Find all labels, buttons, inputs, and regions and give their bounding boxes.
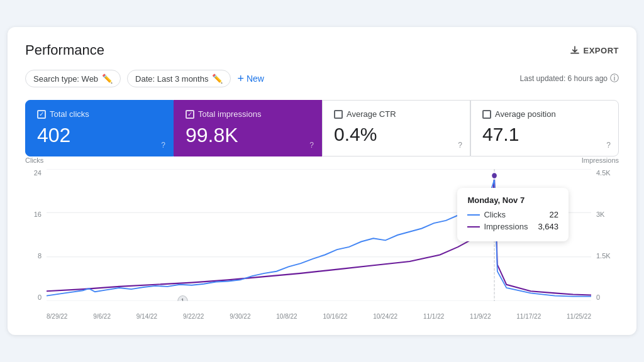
tooltip-clicks-metric: Clicks xyxy=(467,210,506,219)
x-label-0: 8/29/22 xyxy=(47,313,67,320)
impressions-label: Total impressions xyxy=(198,109,261,119)
chart-area: Clicks Impressions 24 16 8 0 4.5K 3K 1.5… xyxy=(25,169,619,320)
tooltip-impressions-label: Impressions xyxy=(484,222,528,231)
position-label: Average position xyxy=(495,109,556,119)
left-axis-labels: 24 16 8 0 xyxy=(25,169,44,301)
date-filter[interactable]: Date: Last 3 months ✏️ xyxy=(127,70,231,87)
ctr-info-icon: ? xyxy=(458,141,462,150)
metric-avg-ctr[interactable]: Average CTR 0.4% ? xyxy=(322,100,470,156)
new-button[interactable]: + New xyxy=(237,73,264,84)
clicks-checkbox[interactable] xyxy=(37,110,46,119)
impressions-value: 99.8K xyxy=(186,124,310,147)
export-button[interactable]: EXPORT xyxy=(570,45,619,55)
x-label-6: 10/16/22 xyxy=(323,313,347,320)
chart-right-title: Impressions xyxy=(582,156,619,164)
edit-date-icon: ✏️ xyxy=(212,74,223,84)
y-right-label-4500: 4.5K xyxy=(596,169,611,177)
x-label-3: 9/22/22 xyxy=(183,313,204,320)
clicks-info-icon: ? xyxy=(161,141,165,150)
tooltip-clicks-row: Clicks 22 xyxy=(467,210,558,219)
x-label-7: 10/24/22 xyxy=(373,313,397,320)
peak-dot xyxy=(491,172,497,179)
y-left-label-8: 8 xyxy=(38,252,42,260)
ctr-label: Average CTR xyxy=(347,109,396,119)
x-label-5: 10/8/22 xyxy=(276,313,297,320)
clicks-line-indicator xyxy=(467,214,480,216)
y-right-label-3000: 3K xyxy=(596,211,604,218)
tooltip-clicks-value: 22 xyxy=(550,210,558,219)
new-label: New xyxy=(247,74,264,84)
annotation-label: 1 xyxy=(181,298,185,301)
toolbar: Search type: Web ✏️ Date: Last 3 months … xyxy=(25,70,619,87)
impressions-info-icon: ? xyxy=(309,141,314,150)
tooltip-clicks-label: Clicks xyxy=(484,210,506,219)
x-label-8: 11/1/22 xyxy=(423,313,444,320)
x-label-10: 11/17/22 xyxy=(516,313,541,320)
search-type-label: Search type: Web xyxy=(33,74,98,84)
main-container: Performance EXPORT Search type: Web ✏️ D… xyxy=(8,27,636,335)
tooltip-impressions-metric: Impressions xyxy=(467,222,528,231)
search-type-filter[interactable]: Search type: Web ✏️ xyxy=(25,70,121,87)
export-icon xyxy=(570,45,580,55)
x-label-2: 9/14/22 xyxy=(136,313,157,320)
y-right-label-0: 0 xyxy=(596,293,600,301)
metrics-row: Total clicks 402 ? Total impressions 99.… xyxy=(25,100,619,156)
last-updated: Last updated: 6 hours ago ⓘ xyxy=(520,73,619,84)
clicks-value: 402 xyxy=(37,124,162,147)
tooltip-impressions-value: 3,643 xyxy=(538,222,558,231)
y-left-label-24: 24 xyxy=(34,169,42,177)
ctr-checkbox[interactable] xyxy=(334,110,343,119)
metric-avg-position[interactable]: Average position 47.1 ? xyxy=(470,100,619,156)
date-label: Date: Last 3 months xyxy=(135,74,208,84)
x-label-9: 11/9/22 xyxy=(470,313,491,320)
chart-left-title: Clicks xyxy=(25,156,43,164)
header: Performance EXPORT xyxy=(25,42,619,58)
y-left-label-0: 0 xyxy=(38,293,42,301)
position-checkbox[interactable] xyxy=(482,110,491,119)
x-label-1: 9/6/22 xyxy=(93,313,111,320)
export-label: EXPORT xyxy=(584,46,619,55)
clicks-label: Total clicks xyxy=(50,109,89,119)
x-axis-labels: 8/29/22 9/6/22 9/14/22 9/22/22 9/30/22 1… xyxy=(47,313,591,320)
tooltip-impressions-row: Impressions 3,643 xyxy=(467,222,558,231)
info-icon: ⓘ xyxy=(610,73,619,84)
position-value: 47.1 xyxy=(482,124,607,145)
position-info-icon: ? xyxy=(606,141,611,150)
tooltip-date: Monday, Nov 7 xyxy=(467,195,558,205)
edit-search-type-icon: ✏️ xyxy=(102,74,113,84)
y-right-label-1500: 1.5K xyxy=(596,252,611,260)
metric-total-clicks[interactable]: Total clicks 402 ? xyxy=(25,100,174,156)
page-title: Performance xyxy=(25,42,104,58)
right-axis-labels: 4.5K 3K 1.5K 0 xyxy=(594,169,619,301)
x-label-11: 11/25/22 xyxy=(567,313,591,320)
plus-icon: + xyxy=(237,73,244,84)
impressions-line-indicator xyxy=(467,226,480,228)
metric-total-impressions[interactable]: Total impressions 99.8K ? xyxy=(174,100,322,156)
ctr-value: 0.4% xyxy=(334,124,458,145)
x-label-4: 9/30/22 xyxy=(230,313,250,320)
chart-tooltip: Monday, Nov 7 Clicks 22 Impressions 3,64… xyxy=(457,188,569,241)
y-left-label-16: 16 xyxy=(34,211,42,218)
impressions-checkbox[interactable] xyxy=(186,110,194,119)
